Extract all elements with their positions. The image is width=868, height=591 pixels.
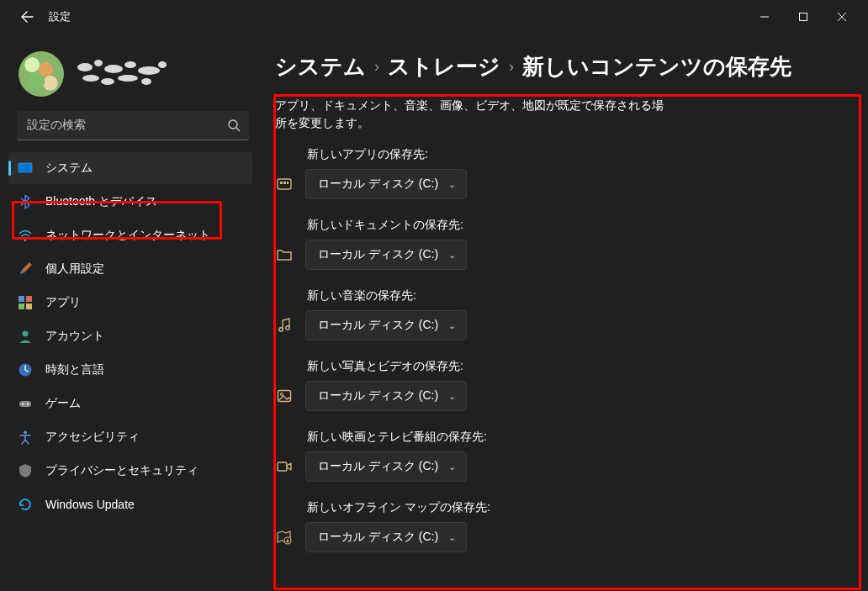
avatar — [19, 51, 64, 97]
chevron-down-icon: ⌄ — [448, 391, 456, 402]
titlebar: 設定 — [0, 0, 868, 34]
sidebar-item-label: システム — [45, 161, 93, 176]
search-placeholder: 設定の検索 — [27, 118, 227, 133]
gamepad-icon — [17, 395, 34, 412]
breadcrumb-current: 新しいコンテンツの保存先 — [522, 52, 791, 82]
select-value: ローカル ディスク (C:) — [318, 177, 438, 192]
window-title: 設定 — [49, 10, 71, 24]
account-icon — [17, 328, 34, 345]
chevron-down-icon: ⌄ — [448, 250, 456, 261]
svg-rect-16 — [280, 182, 283, 184]
svg-point-12 — [22, 404, 24, 405]
setting-label: 新しいオフライン マップの保存先: — [307, 500, 851, 515]
sidebar-item-network[interactable]: ネットワークとインターネット — [8, 219, 252, 251]
sidebar-item-privacy[interactable]: プライバシーとセキュリティ — [8, 455, 252, 487]
sidebar-item-windows-update[interactable]: Windows Update — [8, 488, 252, 520]
setting-photos-videos: 新しい写真とビデオの保存先: ローカル ディスク (C:) ⌄ — [275, 359, 851, 411]
select-maps-location[interactable]: ローカル ディスク (C:) ⌄ — [305, 522, 467, 552]
sidebar-item-label: プライバシーとセキュリティ — [45, 463, 198, 478]
close-button[interactable] — [823, 4, 861, 29]
svg-point-14 — [24, 431, 27, 435]
sidebar-item-label: ゲーム — [45, 396, 81, 411]
chevron-down-icon: ⌄ — [448, 532, 456, 543]
back-button[interactable] — [17, 7, 37, 27]
user-name-obscured — [76, 60, 244, 88]
search-icon — [227, 119, 241, 132]
svg-rect-0 — [800, 13, 807, 21]
system-icon — [17, 160, 34, 177]
setting-label: 新しいドキュメントの保存先: — [307, 218, 851, 233]
sidebar-item-label: 個人用設定 — [45, 261, 104, 277]
setting-movies-tv: 新しい映画とテレビ番組の保存先: ローカル ディスク (C:) ⌄ — [275, 430, 851, 482]
chevron-right-icon: › — [374, 58, 379, 76]
select-value: ローカル ディスク (C:) — [318, 318, 438, 333]
update-icon — [17, 496, 34, 513]
page-description: アプリ、ドキュメント、音楽、画像、ビデオ、地図が既定で保存される場所を変更します… — [275, 97, 670, 132]
svg-rect-7 — [19, 303, 24, 309]
svg-rect-5 — [19, 296, 24, 302]
setting-music: 新しい音楽の保存先: ローカル ディスク (C:) ⌄ — [275, 288, 851, 340]
select-value: ローカル ディスク (C:) — [318, 530, 438, 545]
svg-rect-8 — [26, 303, 32, 309]
svg-point-13 — [27, 404, 29, 405]
select-apps-location[interactable]: ローカル ディスク (C:) ⌄ — [305, 169, 467, 199]
video-icon — [275, 457, 294, 476]
svg-rect-17 — [283, 182, 286, 184]
breadcrumb-system[interactable]: システム — [275, 52, 366, 82]
sidebar: 設定の検索 システム Bluetooth とデバイス ネットワークとインターネッ… — [0, 34, 261, 591]
minimize-button[interactable] — [745, 4, 784, 29]
svg-point-22 — [281, 393, 283, 396]
nav-list: システム Bluetooth とデバイス ネットワークとインターネット 個人用設… — [0, 149, 261, 520]
select-music-location[interactable]: ローカル ディスク (C:) ⌄ — [305, 310, 467, 340]
sidebar-item-label: アカウント — [45, 329, 104, 344]
select-value: ローカル ディスク (C:) — [318, 247, 438, 262]
svg-rect-11 — [19, 401, 31, 407]
sidebar-item-apps[interactable]: アプリ — [8, 287, 252, 319]
breadcrumb-storage[interactable]: ストレージ — [388, 52, 500, 82]
select-value: ローカル ディスク (C:) — [318, 459, 438, 474]
user-profile[interactable] — [0, 44, 261, 108]
apps-storage-icon — [275, 175, 294, 193]
paintbrush-icon — [17, 261, 34, 277]
sidebar-item-label: ネットワークとインターネット — [45, 228, 210, 243]
svg-rect-2 — [19, 163, 32, 172]
chevron-down-icon: ⌄ — [448, 462, 456, 472]
sidebar-item-label: 時刻と言語 — [45, 362, 104, 377]
chevron-down-icon: ⌄ — [448, 320, 456, 331]
chevron-down-icon: ⌄ — [448, 179, 456, 190]
maximize-button[interactable] — [784, 4, 823, 29]
setting-offline-maps: 新しいオフライン マップの保存先: ローカル ディスク (C:) ⌄ — [275, 500, 851, 552]
sidebar-item-label: アクセシビリティ — [45, 430, 140, 445]
search-input[interactable]: 設定の検索 — [17, 111, 249, 140]
image-icon — [275, 387, 294, 405]
clock-globe-icon — [17, 361, 34, 378]
settings-list: 新しいアプリの保存先: ローカル ディスク (C:) ⌄ 新しいドキュメントの保… — [275, 142, 851, 552]
sidebar-item-label: Bluetooth とデバイス — [45, 194, 157, 209]
sidebar-item-gaming[interactable]: ゲーム — [8, 388, 252, 420]
select-documents-location[interactable]: ローカル ディスク (C:) ⌄ — [305, 240, 467, 270]
sidebar-item-accessibility[interactable]: アクセシビリティ — [8, 421, 252, 453]
sidebar-item-label: アプリ — [45, 295, 81, 310]
setting-label: 新しい写真とビデオの保存先: — [307, 359, 851, 374]
sidebar-item-accounts[interactable]: アカウント — [8, 320, 252, 352]
accessibility-icon — [17, 429, 34, 446]
svg-point-20 — [286, 326, 289, 330]
select-movies-location[interactable]: ローカル ディスク (C:) ⌄ — [305, 451, 467, 482]
chevron-right-icon: › — [509, 58, 514, 76]
svg-point-4 — [24, 240, 26, 241]
sidebar-item-personalization[interactable]: 個人用設定 — [8, 253, 252, 285]
sidebar-item-bluetooth[interactable]: Bluetooth とデバイス — [8, 186, 252, 218]
wifi-icon — [17, 227, 34, 244]
select-photos-location[interactable]: ローカル ディスク (C:) ⌄ — [305, 381, 467, 411]
svg-rect-18 — [287, 182, 288, 184]
svg-point-1 — [229, 120, 237, 129]
bluetooth-icon — [17, 193, 34, 210]
map-download-icon — [275, 528, 294, 546]
sidebar-item-system[interactable]: システム — [8, 152, 252, 184]
sidebar-item-time-language[interactable]: 時刻と言語 — [8, 354, 252, 386]
setting-label: 新しい音楽の保存先: — [307, 288, 851, 303]
music-icon — [275, 316, 294, 335]
setting-documents: 新しいドキュメントの保存先: ローカル ディスク (C:) ⌄ — [275, 218, 851, 270]
svg-point-9 — [23, 331, 29, 337]
shield-icon — [17, 462, 34, 479]
